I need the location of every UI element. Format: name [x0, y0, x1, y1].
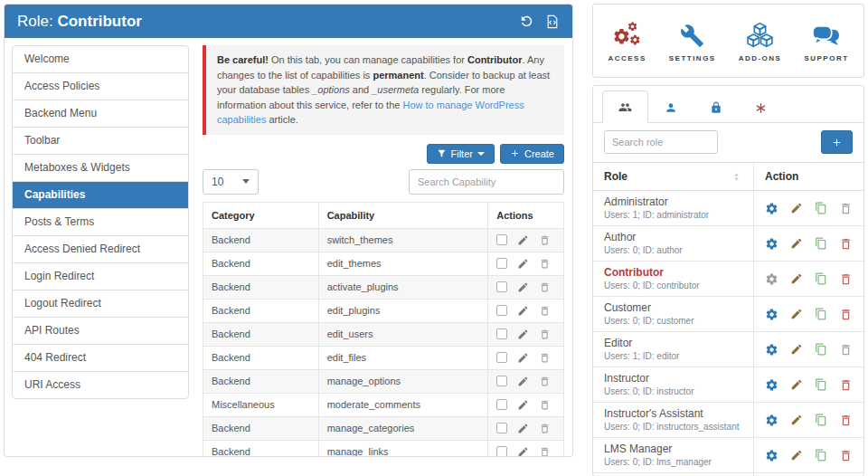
sidebar-item-api-routes[interactable]: API Routes	[13, 318, 188, 345]
nav-item-settings[interactable]: SETTINGS	[669, 19, 716, 62]
search-role-input[interactable]	[604, 130, 718, 154]
copy-icon[interactable]	[815, 414, 827, 426]
table-row: Backendmanage_options	[203, 369, 564, 393]
delete-icon[interactable]	[539, 305, 551, 317]
sidebar-item-posts-terms[interactable]: Posts & Terms	[13, 209, 188, 236]
sidebar-item-404-redirect[interactable]: 404 Redirect	[13, 345, 188, 372]
tab-users[interactable]	[648, 91, 693, 123]
sidebar-item-backend-menu[interactable]: Backend Menu	[13, 100, 188, 128]
role-settings-icon[interactable]	[765, 202, 778, 215]
delete-icon[interactable]	[539, 376, 551, 387]
edit-icon[interactable]	[790, 414, 803, 426]
delete-icon[interactable]	[839, 343, 853, 357]
delete-icon[interactable]	[839, 308, 853, 321]
plus-icon	[510, 148, 520, 158]
delete-icon[interactable]	[839, 378, 853, 392]
copy-icon[interactable]	[815, 272, 827, 285]
users-group-icon	[618, 100, 632, 114]
role-settings-icon[interactable]	[765, 237, 778, 251]
edit-icon[interactable]	[517, 305, 529, 317]
tab-roles[interactable]	[602, 90, 648, 123]
nav-item-access[interactable]: ACCESS	[608, 19, 646, 62]
edit-icon[interactable]	[790, 202, 803, 214]
capability-checkbox[interactable]	[496, 446, 507, 457]
sidebar-item-toolbar[interactable]: Toolbar	[13, 128, 188, 155]
role-settings-icon[interactable]	[765, 414, 778, 427]
role-settings-icon[interactable]	[765, 343, 778, 357]
role-settings-icon[interactable]	[765, 272, 778, 286]
edit-icon[interactable]	[517, 281, 529, 293]
role-settings-icon[interactable]	[765, 308, 778, 321]
copy-icon[interactable]	[815, 378, 827, 391]
role-settings-icon[interactable]	[765, 449, 778, 462]
edit-icon[interactable]	[790, 237, 803, 250]
capability-checkbox[interactable]	[496, 328, 507, 339]
edit-icon[interactable]	[790, 308, 803, 320]
copy-icon[interactable]	[815, 449, 827, 462]
copy-icon[interactable]	[815, 202, 827, 214]
filter-button[interactable]: Filter	[427, 144, 495, 164]
capability-checkbox[interactable]	[496, 281, 507, 292]
delete-icon[interactable]	[539, 423, 551, 434]
role-settings-icon[interactable]	[765, 378, 778, 392]
delete-icon[interactable]	[839, 449, 853, 462]
delete-icon[interactable]	[539, 446, 551, 458]
edit-icon[interactable]	[517, 328, 529, 340]
edit-icon[interactable]	[790, 343, 803, 356]
page-size-select[interactable]: 10	[203, 169, 259, 195]
capability-checkbox[interactable]	[496, 258, 507, 269]
delete-icon[interactable]	[539, 258, 551, 270]
delete-icon[interactable]	[539, 399, 551, 411]
capability-checkbox[interactable]	[496, 423, 507, 433]
edit-icon[interactable]	[517, 423, 529, 434]
capability-checkbox[interactable]	[496, 234, 507, 245]
delete-icon[interactable]	[839, 237, 853, 251]
sidebar-item-metaboxes-widgets[interactable]: Metaboxes & Widgets	[13, 155, 188, 182]
chat-icon	[812, 19, 840, 48]
edit-icon[interactable]	[517, 234, 529, 246]
sidebar-item-logout-redirect[interactable]: Logout Redirect	[13, 290, 188, 318]
edit-icon[interactable]	[517, 399, 529, 411]
delete-icon[interactable]	[539, 234, 551, 246]
role-meta: Users: 0; ID: instructors_assistant	[604, 422, 742, 433]
copy-icon[interactable]	[815, 343, 827, 356]
edit-icon[interactable]	[517, 446, 529, 458]
sidebar-item-access-policies[interactable]: Access Policies	[13, 73, 188, 100]
edit-icon[interactable]	[517, 258, 529, 270]
add-role-button[interactable]	[821, 130, 853, 154]
edit-icon[interactable]	[790, 449, 803, 462]
delete-icon[interactable]	[839, 414, 853, 427]
sort-icon[interactable]	[731, 171, 742, 183]
edit-icon[interactable]	[790, 272, 803, 285]
nav-item-support[interactable]: SUPPORT	[804, 19, 848, 62]
capability-checkbox[interactable]	[496, 376, 507, 386]
tab-permissions[interactable]	[693, 91, 739, 123]
tab-required[interactable]	[739, 92, 783, 123]
delete-icon[interactable]	[539, 328, 551, 340]
export-code-icon[interactable]	[545, 14, 560, 29]
sidebar-item-welcome[interactable]: Welcome	[13, 46, 188, 73]
delete-icon[interactable]	[839, 272, 853, 286]
search-capability-input[interactable]	[409, 169, 564, 195]
create-button[interactable]: Create	[500, 144, 564, 164]
capability-checkbox[interactable]	[496, 305, 507, 316]
delete-icon[interactable]	[539, 281, 551, 293]
sidebar-item-capabilities[interactable]: Capabilities	[13, 182, 188, 209]
sidebar-item-uri-access[interactable]: URI Access	[13, 372, 188, 398]
delete-icon[interactable]	[839, 202, 853, 215]
edit-icon[interactable]	[517, 352, 529, 364]
restore-icon[interactable]	[519, 14, 534, 29]
column-header-action: Action	[754, 163, 864, 191]
roles-tabs	[593, 86, 863, 123]
edit-icon[interactable]	[790, 378, 803, 391]
delete-icon[interactable]	[539, 352, 551, 364]
sidebar-item-access-denied-redirect[interactable]: Access Denied Redirect	[13, 236, 188, 263]
role-row: AdministratorUsers: 1; ID: administrator	[593, 191, 863, 226]
nav-item-addons[interactable]: ADD-ONS	[739, 19, 782, 62]
capability-checkbox[interactable]	[496, 399, 507, 410]
edit-icon[interactable]	[517, 376, 529, 387]
copy-icon[interactable]	[815, 308, 827, 320]
sidebar-item-login-redirect[interactable]: Login Redirect	[13, 263, 188, 290]
capability-checkbox[interactable]	[496, 352, 507, 363]
copy-icon[interactable]	[815, 237, 827, 250]
